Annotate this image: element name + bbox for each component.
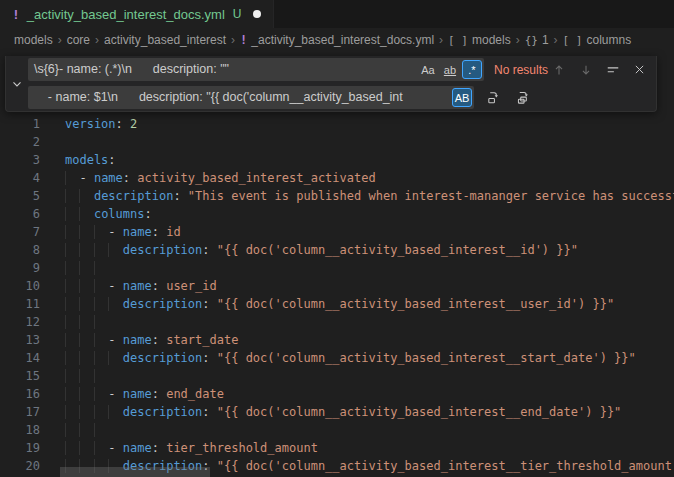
yaml-icon: ! bbox=[240, 33, 247, 47]
indent-guide bbox=[94, 423, 108, 437]
code-line[interactable]: 7 - name: id bbox=[0, 223, 674, 241]
indent-guide bbox=[65, 189, 79, 203]
code-line[interactable]: 16 - name: end_date bbox=[0, 385, 674, 403]
replace-value-text: - name: $1\n description: "{{ doc('colum… bbox=[34, 86, 448, 109]
code-line[interactable]: 8 description: "{{ doc('column__activity… bbox=[0, 241, 674, 259]
horizontal-scrollbar[interactable] bbox=[60, 467, 210, 477]
indent-guide bbox=[94, 279, 108, 293]
find-query-text: \s{6}- name: (.*)\n description: "" bbox=[34, 58, 416, 81]
breadcrumb-separator-icon: › bbox=[95, 33, 99, 47]
indent-guide bbox=[65, 369, 79, 383]
breadcrumb-label: models bbox=[14, 33, 53, 47]
indent-guide bbox=[79, 333, 93, 347]
toggle-replace-button[interactable] bbox=[6, 56, 28, 111]
code-text: columns: bbox=[65, 205, 152, 223]
code-line[interactable]: 6 columns: bbox=[0, 205, 674, 223]
indent-guide bbox=[79, 297, 93, 311]
breadcrumb-label: columns bbox=[586, 33, 631, 47]
find-status: No results bbox=[494, 63, 548, 77]
replace-button[interactable] bbox=[483, 87, 504, 108]
code-line[interactable]: 12 bbox=[0, 313, 674, 331]
code-line[interactable]: 2 bbox=[0, 133, 674, 151]
indent-guide bbox=[79, 405, 93, 419]
code-text: - name: user_id bbox=[65, 277, 217, 295]
code-line[interactable]: 5 description: "This event is published … bbox=[0, 187, 674, 205]
code-text: description: "{{ doc('column__activity_b… bbox=[65, 349, 636, 367]
indent-guide bbox=[94, 441, 108, 455]
replace-input[interactable]: - name: $1\n description: "{{ doc('colum… bbox=[28, 86, 474, 109]
tab-bar: ! _activity_based_interest_docs.yml U bbox=[0, 0, 674, 28]
code-line[interactable]: 4 - name: activity_based_interest_activa… bbox=[0, 169, 674, 187]
line-number: 2 bbox=[0, 133, 40, 151]
breadcrumb-separator-icon: › bbox=[231, 33, 235, 47]
breadcrumb-item[interactable]: ›[ ]models bbox=[434, 33, 511, 47]
indent-guide bbox=[65, 207, 79, 221]
indent-guide bbox=[65, 171, 79, 185]
line-number: 13 bbox=[0, 331, 40, 349]
indent-guide bbox=[65, 405, 79, 419]
symbol-object-icon: {} bbox=[525, 34, 538, 47]
indent-guide bbox=[94, 243, 108, 257]
code-text: - name: tier_threshold_amount bbox=[65, 439, 318, 457]
code-line[interactable]: 3models: bbox=[0, 151, 674, 169]
indent-guide bbox=[94, 351, 108, 365]
breadcrumb-item[interactable]: ›{}1 bbox=[511, 33, 549, 47]
code-text bbox=[65, 367, 108, 385]
git-status-badge: U bbox=[233, 7, 242, 21]
code-text bbox=[65, 421, 108, 439]
breadcrumb-item[interactable]: ›!_activity_based_interest_docs.yml bbox=[226, 33, 434, 47]
find-in-selection-button[interactable] bbox=[602, 59, 623, 80]
indent-guide bbox=[79, 225, 93, 239]
breadcrumb-label: activity_based_interest bbox=[104, 33, 226, 47]
indent-guide bbox=[79, 351, 93, 365]
line-number: 6 bbox=[0, 205, 40, 223]
code-line[interactable]: 19 - name: tier_threshold_amount bbox=[0, 439, 674, 457]
code-line[interactable]: 1version: 2 bbox=[0, 115, 674, 133]
code-line[interactable]: 10 - name: user_id bbox=[0, 277, 674, 295]
previous-match-button[interactable] bbox=[548, 59, 569, 80]
code-editor[interactable]: 1version: 223models:4 - name: activity_b… bbox=[0, 52, 674, 477]
breadcrumb-item[interactable]: models bbox=[14, 33, 53, 47]
line-number: 20 bbox=[0, 457, 40, 475]
line-number: 4 bbox=[0, 169, 40, 187]
editor-tab[interactable]: ! _activity_based_interest_docs.yml U bbox=[0, 0, 274, 28]
indent-guide bbox=[94, 261, 108, 275]
indent-guide bbox=[94, 297, 108, 311]
breadcrumb-item[interactable]: ›core bbox=[53, 33, 90, 47]
match-case-toggle[interactable]: Aa bbox=[418, 60, 438, 79]
breadcrumb-item[interactable]: ›activity_based_interest bbox=[90, 33, 226, 47]
close-find-button[interactable] bbox=[629, 59, 650, 80]
code-area[interactable]: 1version: 223models:4 - name: activity_b… bbox=[0, 52, 674, 475]
indent-guide bbox=[65, 315, 79, 329]
breadcrumb-separator-icon: › bbox=[516, 33, 520, 47]
line-number: 9 bbox=[0, 259, 40, 277]
replace-all-button[interactable] bbox=[513, 87, 534, 108]
code-text: description: "This event is published wh… bbox=[65, 187, 674, 205]
next-match-button[interactable] bbox=[575, 59, 596, 80]
code-line[interactable]: 13 - name: start_date bbox=[0, 331, 674, 349]
unsaved-dot-icon[interactable] bbox=[253, 10, 261, 18]
whole-word-toggle[interactable]: ab bbox=[440, 60, 460, 79]
line-number: 5 bbox=[0, 187, 40, 205]
code-text bbox=[65, 313, 108, 331]
code-line[interactable]: 18 bbox=[0, 421, 674, 439]
code-line[interactable]: 9 bbox=[0, 259, 674, 277]
code-line[interactable]: 14 description: "{{ doc('column__activit… bbox=[0, 349, 674, 367]
breadcrumb-item[interactable]: ›[ ]columns bbox=[549, 33, 632, 47]
indent-guide bbox=[108, 243, 122, 257]
code-line[interactable]: 11 description: "{{ doc('column__activit… bbox=[0, 295, 674, 313]
find-replace-widget: \s{6}- name: (.*)\n description: "" Aa a… bbox=[5, 56, 657, 112]
code-line[interactable]: 15 bbox=[0, 367, 674, 385]
find-input[interactable]: \s{6}- name: (.*)\n description: "" Aa a… bbox=[28, 58, 484, 81]
indent-guide bbox=[65, 297, 79, 311]
code-text: description: "{{ doc('column__activity_b… bbox=[65, 403, 621, 421]
code-line[interactable]: 17 description: "{{ doc('column__activit… bbox=[0, 403, 674, 421]
indent-guide bbox=[65, 279, 79, 293]
preserve-case-toggle[interactable]: AB bbox=[452, 88, 472, 107]
chevron-down-icon bbox=[10, 77, 24, 91]
regex-toggle[interactable]: .* bbox=[462, 60, 482, 79]
line-number: 11 bbox=[0, 295, 40, 313]
code-text bbox=[65, 259, 108, 277]
code-text: description: "{{ doc('column__activity_b… bbox=[65, 295, 614, 313]
line-number: 16 bbox=[0, 385, 40, 403]
